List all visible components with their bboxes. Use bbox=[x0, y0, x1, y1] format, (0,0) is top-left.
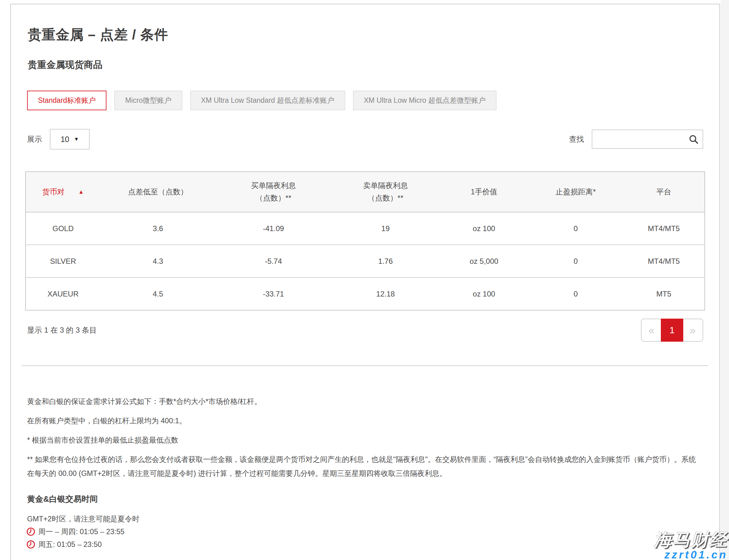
search-input[interactable] bbox=[592, 130, 703, 149]
next-page-button[interactable]: » bbox=[682, 319, 703, 342]
clock-icon bbox=[26, 540, 35, 549]
site-watermark: 海马财经 zzrt01.cn bbox=[654, 531, 728, 560]
cell-symbol: XAUEUR bbox=[26, 278, 100, 310]
tab-ultra-low-standard-account[interactable]: XM Ultra Low Standard 超低点差标准账户 bbox=[190, 91, 345, 110]
cell-long-swap: -41.09 bbox=[216, 212, 331, 245]
tab-ultra-low-micro-account[interactable]: XM Ultra Low Micro 超低点差微型账户 bbox=[353, 91, 496, 110]
table-header-row: 货币对▲ 点差低至（点数） 买单隔夜利息（点数）** 卖单隔夜利息（点数）** … bbox=[26, 172, 705, 212]
cell-lot-value: oz 100 bbox=[440, 212, 528, 245]
table-row-xaueur: XAUEUR 4.5 -33.71 12.18 oz 100 0 MT5 bbox=[26, 278, 705, 310]
cell-spread: 4.5 bbox=[100, 278, 216, 310]
trading-hours-weekdays: 周一 – 周四: 01:05 – 23:55 bbox=[26, 527, 703, 537]
table-controls: 展示 10 ▼ 查找 bbox=[27, 129, 703, 149]
cell-limit-stop: 0 bbox=[528, 212, 623, 245]
trading-hours-friday: 周五: 01:05 – 23:50 bbox=[26, 539, 703, 549]
cell-symbol: GOLD bbox=[26, 212, 100, 245]
column-header-limit-stop-level: 止盈损距离* bbox=[528, 172, 623, 212]
cell-short-swap: 1.76 bbox=[331, 245, 440, 278]
cell-platform: MT5 bbox=[623, 278, 705, 310]
pagination-row: 显示 1 在 3 的 3 条目 « 1 » bbox=[27, 319, 703, 342]
tab-standard-account[interactable]: Standard标准账户 bbox=[27, 91, 107, 110]
chevron-double-right-icon: » bbox=[689, 324, 695, 336]
show-entries-label: 展示 bbox=[27, 134, 42, 144]
search-label: 查找 bbox=[569, 134, 584, 144]
page-size-select[interactable]: 10 ▼ bbox=[50, 129, 90, 149]
cell-long-swap: -5.74 bbox=[216, 245, 331, 278]
column-header-spread: 点差低至（点数） bbox=[100, 172, 216, 212]
chevron-down-icon: ▼ bbox=[74, 136, 79, 142]
page-title: 贵重金属 – 点差 / 条件 bbox=[28, 26, 705, 44]
column-header-short-swap: 卖单隔夜利息（点数）** bbox=[331, 172, 440, 212]
leverage-note: 在所有账户类型中，白银的杠杆上限均为 400:1。 bbox=[27, 414, 703, 428]
page-right-gutter bbox=[721, 0, 729, 560]
watermark-brand: 海马财经 bbox=[654, 531, 728, 548]
content-card: 贵重金属 – 点差 / 条件 贵重金属现货商品 Standard标准账户 Mic… bbox=[10, 4, 720, 560]
table-row-silver: SILVER 4.3 -5.74 1.76 oz 5,000 0 MT4/MT5 bbox=[26, 245, 705, 278]
swap-footnote: ** 如果您有仓位持仓过夜的话，那么您会支付或者获取一些金额，该金额便是两个货币… bbox=[27, 453, 703, 481]
column-header-platform: 平台 bbox=[623, 172, 705, 212]
cell-short-swap: 12.18 bbox=[331, 278, 440, 310]
stop-level-footnote: * 根据当前市价设置挂单的最低止损盈最低点数 bbox=[27, 433, 703, 447]
page-subtitle: 贵重金属现货商品 bbox=[28, 59, 705, 71]
cell-lot-value: oz 100 bbox=[440, 278, 528, 310]
cell-long-swap: -33.71 bbox=[216, 278, 331, 310]
column-header-long-swap: 买单隔夜利息（点数）** bbox=[216, 172, 331, 212]
account-type-tabs: Standard标准账户 Micro微型账户 XM Ultra Low Stan… bbox=[27, 91, 705, 110]
cell-limit-stop: 0 bbox=[528, 245, 623, 278]
margin-formula-note: 黄金和白银的保证金需求计算公式如下：手数*合约大小*市场价格/杠杆。 bbox=[27, 395, 703, 409]
cell-platform: MT4/MT5 bbox=[623, 245, 705, 278]
entries-summary: 显示 1 在 3 的 3 条目 bbox=[27, 325, 97, 335]
cell-limit-stop: 0 bbox=[528, 278, 623, 310]
cell-short-swap: 19 bbox=[331, 212, 440, 245]
chevron-double-left-icon: « bbox=[648, 324, 654, 336]
page-size-value: 10 bbox=[61, 135, 69, 144]
previous-page-button[interactable]: « bbox=[641, 319, 662, 342]
sort-asc-icon: ▲ bbox=[78, 189, 84, 195]
cell-lot-value: oz 5,000 bbox=[440, 245, 528, 278]
pagination: « 1 » bbox=[641, 319, 703, 342]
tab-micro-account[interactable]: Micro微型账户 bbox=[114, 91, 182, 110]
watermark-url: zzrt01.cn bbox=[654, 549, 728, 560]
current-page-indicator[interactable]: 1 bbox=[661, 319, 683, 342]
trading-hours-heading: 黄金&白银交易时间 bbox=[27, 494, 703, 505]
section-divider bbox=[21, 365, 708, 366]
spreads-table: 货币对▲ 点差低至（点数） 买单隔夜利息（点数）** 卖单隔夜利息（点数）** … bbox=[25, 171, 705, 311]
table-row-gold: GOLD 3.6 -41.09 19 oz 100 0 MT4/MT5 bbox=[26, 212, 705, 245]
cell-spread: 3.6 bbox=[100, 212, 216, 245]
timezone-note: GMT+2时区，请注意可能是夏令时 bbox=[27, 514, 703, 524]
column-header-symbol[interactable]: 货币对▲ bbox=[26, 172, 100, 212]
clock-icon bbox=[26, 527, 35, 536]
cell-spread: 4.3 bbox=[100, 245, 216, 278]
column-header-lot-value: 1手价值 bbox=[440, 172, 528, 212]
cell-symbol: SILVER bbox=[26, 245, 100, 278]
cell-platform: MT4/MT5 bbox=[623, 212, 705, 245]
search-icon bbox=[688, 134, 699, 145]
